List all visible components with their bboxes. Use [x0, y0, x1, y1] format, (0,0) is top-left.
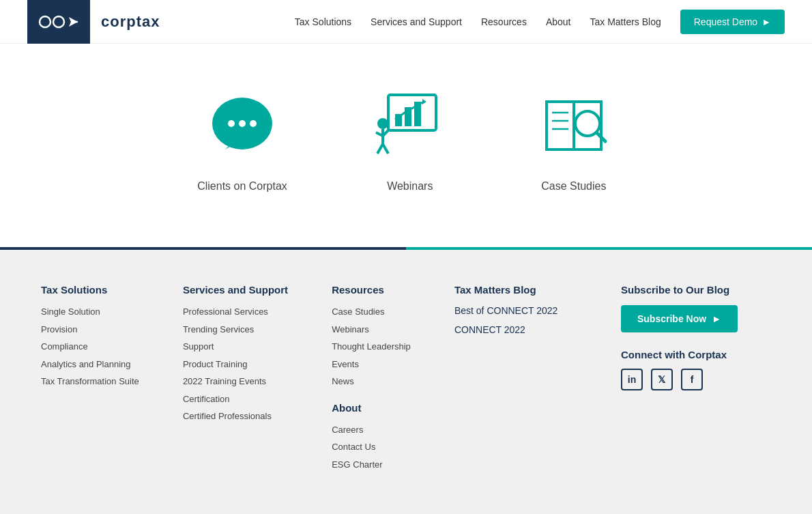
footer-tax-solutions-heading: Tax Solutions: [41, 284, 139, 296]
card-clients-label: Clients on Corptax: [197, 180, 287, 192]
footer-link-best-connect[interactable]: Best of CONNECT 2022: [454, 305, 577, 316]
footer-link-events[interactable]: Events: [332, 358, 411, 371]
logo-area: corptax: [27, 0, 171, 44]
footer-link-support[interactable]: Support: [183, 340, 288, 354]
footer-link-professional-services[interactable]: Professional Services: [183, 305, 288, 319]
footer-blog-heading: Tax Matters Blog: [454, 284, 577, 296]
svg-point-1: [53, 16, 64, 27]
svg-point-0: [40, 16, 50, 27]
request-demo-button[interactable]: Request Demo ►: [680, 10, 785, 34]
footer-col-blog: Tax Matters Blog Best of CONNECT 2022 CO…: [454, 284, 577, 475]
footer-link-careers[interactable]: Careers: [332, 423, 411, 437]
card-clients-on-corptax[interactable]: Clients on Corptax: [197, 85, 287, 192]
footer-link-trending-services[interactable]: Trending Services: [183, 323, 288, 337]
nav-services-support[interactable]: Services and Support: [371, 16, 462, 27]
svg-line-18: [377, 144, 383, 154]
footer-services-heading: Services and Support: [183, 284, 288, 296]
card-case-studies[interactable]: Case Studies: [533, 85, 615, 192]
webinar-icon: [369, 85, 451, 167]
nav-about[interactable]: About: [546, 16, 571, 27]
footer-link-provision[interactable]: Provision: [41, 323, 139, 337]
footer-subscribe-heading: Subscribe to Our Blog: [621, 284, 771, 296]
main-content: Clients on Corptax: [0, 44, 812, 247]
card-case-studies-label: Case Studies: [541, 180, 606, 192]
footer-link-certification[interactable]: Certification: [183, 392, 288, 406]
footer-resources-heading: Resources: [332, 284, 411, 296]
linkedin-icon[interactable]: in: [621, 369, 643, 390]
card-webinars-label: Webinars: [387, 180, 433, 192]
svg-point-7: [250, 120, 257, 127]
footer: Tax Solutions Single Solution Provision …: [0, 250, 812, 514]
svg-point-14: [377, 118, 388, 129]
footer-link-webinars[interactable]: Webinars: [332, 323, 411, 337]
corptax-logo: corptax: [90, 13, 171, 31]
header: corptax Tax Solutions Services and Suppo…: [0, 0, 812, 44]
footer-link-product-training[interactable]: Product Training: [183, 358, 288, 371]
footer-col-subscribe: Subscribe to Our Blog Subscribe Now ► Co…: [621, 284, 771, 475]
cards-row: Clients on Corptax: [31, 85, 781, 192]
footer-link-2022-training-events[interactable]: 2022 Training Events: [183, 375, 288, 388]
footer-col-tax-solutions: Tax Solutions Single Solution Provision …: [41, 284, 139, 475]
footer-link-compliance[interactable]: Compliance: [41, 340, 139, 354]
footer-link-thought-leadership[interactable]: Thought Leadership: [332, 340, 411, 354]
twitter-icon[interactable]: 𝕏: [651, 369, 673, 390]
facebook-icon[interactable]: f: [681, 369, 703, 390]
svg-line-19: [383, 144, 388, 154]
footer-col-services-support: Services and Support Professional Servic…: [183, 284, 288, 475]
social-icons: in 𝕏 f: [621, 369, 771, 390]
footer-link-news[interactable]: News: [332, 375, 411, 388]
footer-link-contact-us[interactable]: Contact Us: [332, 440, 411, 454]
footer-link-connect-2022[interactable]: CONNECT 2022: [454, 324, 577, 335]
card-webinars[interactable]: Webinars: [369, 85, 451, 192]
nav-tax-matters-blog[interactable]: Tax Matters Blog: [590, 16, 661, 27]
footer-link-certified-professionals[interactable]: Certified Professionals: [183, 410, 288, 423]
nav-tax-solutions[interactable]: Tax Solutions: [295, 16, 351, 27]
arrow-icon: ►: [762, 16, 771, 27]
footer-about-heading: About: [332, 402, 411, 414]
footer-link-analytics[interactable]: Analytics and Planning: [41, 358, 139, 371]
subscribe-now-button[interactable]: Subscribe Now ►: [621, 305, 738, 332]
book-search-icon: [533, 85, 615, 167]
csc-logo: [27, 0, 90, 44]
nav-resources[interactable]: Resources: [481, 16, 527, 27]
connect-label: Connect with Corptax: [621, 349, 771, 360]
subscribe-arrow-icon: ►: [712, 313, 721, 324]
main-nav: Tax Solutions Services and Support Resou…: [295, 10, 785, 34]
svg-marker-13: [422, 99, 426, 104]
svg-point-6: [239, 120, 246, 127]
svg-point-5: [228, 120, 235, 127]
footer-link-tax-transformation[interactable]: Tax Transformation Suite: [41, 375, 139, 388]
footer-link-esg-charter[interactable]: ESG Charter: [332, 458, 411, 472]
chat-icon: [201, 85, 283, 167]
footer-columns: Tax Solutions Single Solution Provision …: [41, 284, 771, 475]
footer-link-case-studies[interactable]: Case Studies: [332, 305, 411, 319]
footer-col-resources: Resources Case Studies Webinars Thought …: [332, 284, 411, 475]
footer-link-single-solution[interactable]: Single Solution: [41, 305, 139, 319]
